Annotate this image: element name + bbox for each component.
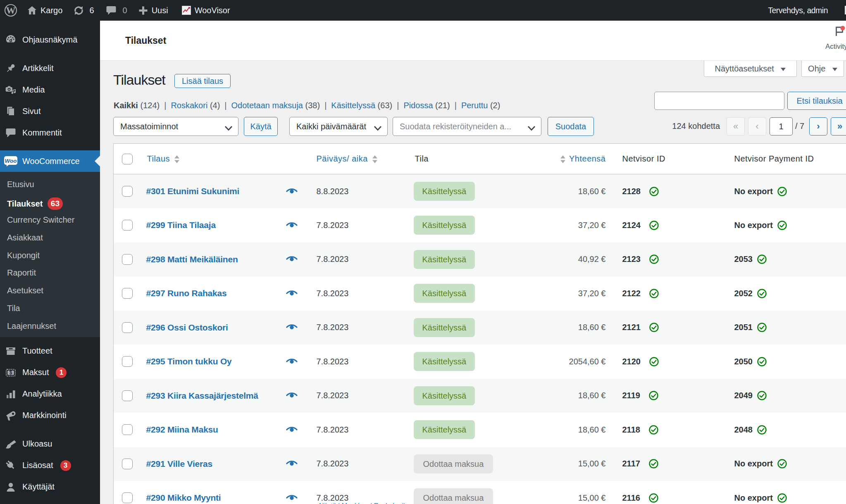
svg-text:Woo: Woo — [5, 158, 17, 164]
svg-text:$: $ — [10, 370, 12, 376]
svg-text:W: W — [6, 5, 16, 16]
